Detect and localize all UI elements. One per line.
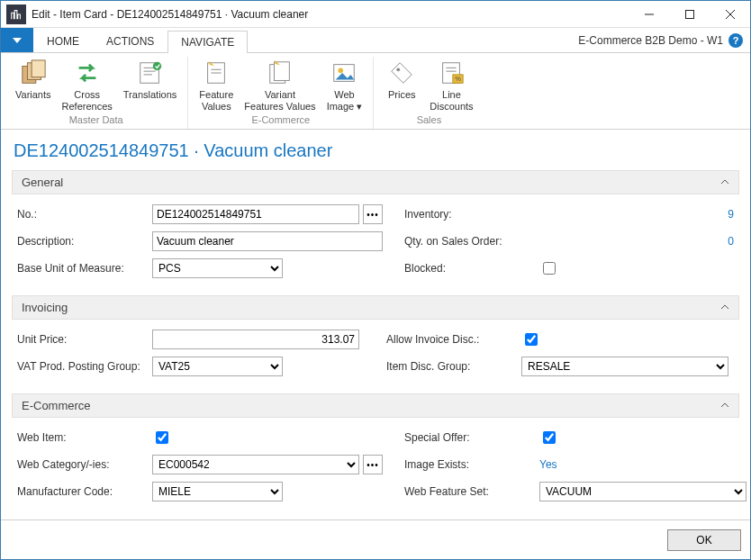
translations-icon <box>136 59 165 87</box>
collapse-icon <box>720 176 729 189</box>
company-name: E-Commerce B2B Demo - W1 <box>578 34 723 47</box>
titlebar: Edit - Item Card - DE124002514849751 · V… <box>1 1 750 28</box>
ribbon-translations-button[interactable]: Translations <box>118 57 183 113</box>
svg-marker-4 <box>13 38 22 43</box>
svg-text:%: % <box>456 75 462 83</box>
ribbon-variants-button[interactable]: Variants <box>10 57 57 113</box>
window-title: Edit - Item Card - DE124002514849751 · V… <box>32 8 629 21</box>
unit-price-input[interactable] <box>152 330 359 349</box>
label-vat-group: VAT Prod. Posting Group: <box>17 360 152 373</box>
svg-point-12 <box>152 62 160 70</box>
label-unit-price: Unit Price: <box>17 333 152 346</box>
tab-home[interactable]: HOME <box>33 30 93 52</box>
label-manufacturer: Manufacturer Code: <box>17 485 152 498</box>
web-category-select[interactable]: EC000542 <box>152 455 359 474</box>
minimize-button[interactable] <box>629 1 669 28</box>
menubar: HOME ACTIONS NAVIGATE E-Commerce B2B Dem… <box>1 28 750 53</box>
section-header-invoicing[interactable]: Invoicing <box>12 295 739 320</box>
no-lookup-button[interactable]: ••• <box>363 204 383 224</box>
ribbon: Variants Cross References Translations M… <box>1 53 750 130</box>
allow-inv-disc-checkbox[interactable] <box>525 333 538 346</box>
manufacturer-select[interactable]: MIELE <box>152 482 283 501</box>
ribbon-variant-features-values-label: Variant Features Values <box>244 89 315 112</box>
ribbon-line-discounts-button[interactable]: % Line Discounts <box>424 57 478 113</box>
web-item-checkbox[interactable] <box>156 431 168 444</box>
base-uom-select[interactable]: PCS <box>152 258 283 278</box>
ribbon-translations-label: Translations <box>123 89 177 101</box>
label-no: No.: <box>17 208 152 221</box>
section-title-ecommerce: E-Commerce <box>22 399 91 412</box>
label-special-offer: Special Offer: <box>404 431 539 444</box>
help-icon[interactable]: ? <box>728 33 743 48</box>
tab-navigate[interactable]: NAVIGATE <box>167 31 248 53</box>
label-qty-sales-order: Qty. on Sales Order: <box>404 235 539 248</box>
label-image-exists: Image Exists: <box>404 458 539 471</box>
svg-point-19 <box>339 68 344 73</box>
content-area: DE124002514849751 · Vacuum cleaner Gener… <box>1 130 750 519</box>
ribbon-web-image-button[interactable]: Web Image ▾ <box>321 57 368 113</box>
section-title-general: General <box>22 176 63 189</box>
cross-references-icon <box>73 59 102 87</box>
web-image-icon <box>330 59 358 87</box>
svg-point-20 <box>397 68 401 71</box>
prices-icon <box>387 59 416 87</box>
ribbon-prices-button[interactable]: Prices <box>379 57 424 113</box>
description-input[interactable] <box>152 231 383 251</box>
svg-rect-1 <box>685 10 693 18</box>
label-web-feature-set: Web Feature Set: <box>404 485 539 498</box>
section-title-invoicing: Invoicing <box>22 301 68 314</box>
qty-sales-order-value[interactable]: 0 <box>728 235 734 248</box>
footer: OK <box>1 519 750 559</box>
application-menu-button[interactable] <box>1 28 33 52</box>
label-allow-inv-disc: Allow Invoice Disc.: <box>386 333 521 346</box>
variant-features-values-icon <box>266 59 294 87</box>
ribbon-feature-values-label: Feature Values <box>199 89 233 112</box>
label-web-category: Web Category/-ies: <box>17 458 152 471</box>
ribbon-cross-references-label: Cross References <box>62 89 113 112</box>
app-icon <box>6 5 26 24</box>
tab-actions[interactable]: ACTIONS <box>93 30 167 52</box>
inventory-value[interactable]: 9 <box>728 208 734 221</box>
section-header-general[interactable]: General <box>12 170 739 194</box>
label-inventory: Inventory: <box>404 208 539 221</box>
ribbon-prices-label: Prices <box>388 89 416 101</box>
web-category-lookup-button[interactable]: ••• <box>363 455 383 474</box>
maximize-button[interactable] <box>669 1 710 28</box>
feature-values-icon <box>202 59 231 87</box>
record-title: DE124002514849751 · Vacuum cleaner <box>14 140 739 161</box>
ribbon-web-image-label: Web Image ▾ <box>327 89 363 112</box>
blocked-checkbox[interactable] <box>543 262 556 275</box>
ribbon-group-master-data: Master Data <box>69 113 123 127</box>
label-base-uom: Base Unit of Measure: <box>17 262 152 275</box>
ribbon-group-sales: Sales <box>417 113 442 127</box>
ribbon-cross-references-button[interactable]: Cross References <box>57 57 118 113</box>
image-exists-value[interactable]: Yes <box>539 458 557 471</box>
ok-button[interactable]: OK <box>667 529 741 551</box>
label-web-item: Web Item: <box>17 431 152 444</box>
label-description: Description: <box>17 235 152 248</box>
no-input[interactable] <box>152 204 359 224</box>
line-discounts-icon: % <box>437 59 466 87</box>
section-header-ecommerce[interactable]: E-Commerce <box>12 393 739 418</box>
ribbon-variants-label: Variants <box>15 89 51 101</box>
ribbon-group-ecommerce: E-Commerce <box>251 113 310 127</box>
web-feature-set-select[interactable]: VACUUM <box>539 482 746 501</box>
item-disc-group-select[interactable]: RESALE <box>521 357 728 376</box>
svg-rect-17 <box>274 62 289 81</box>
close-button[interactable] <box>710 1 750 28</box>
svg-rect-7 <box>32 60 45 77</box>
special-offer-checkbox[interactable] <box>543 431 556 444</box>
collapse-icon <box>720 399 729 412</box>
label-item-disc-group: Item Disc. Group: <box>386 360 521 373</box>
collapse-icon <box>720 301 729 314</box>
ribbon-feature-values-button[interactable]: Feature Values <box>194 57 239 113</box>
variants-icon <box>19 59 48 87</box>
label-blocked: Blocked: <box>404 262 539 275</box>
vat-group-select[interactable]: VAT25 <box>152 357 283 376</box>
ribbon-line-discounts-label: Line Discounts <box>430 89 473 112</box>
ribbon-variant-features-values-button[interactable]: Variant Features Values <box>239 57 321 113</box>
